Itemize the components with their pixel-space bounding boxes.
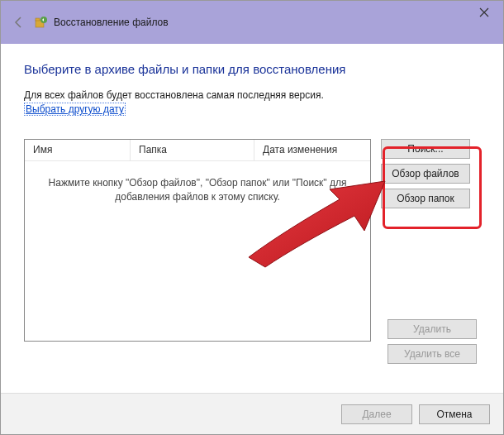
close-button[interactable] [465,1,503,24]
content-area: Выберите в архиве файлы и папки для восс… [1,44,503,342]
side-button-group: Поиск... Обзор файлов Обзор папок [381,139,470,342]
column-modified[interactable]: Дата изменения [254,140,370,160]
choose-date-link[interactable]: Выбрать другую дату [24,103,126,116]
titlebar: Восстановление файлов [1,1,503,44]
table-header: Имя Папка Дата изменения [25,140,370,161]
remove-button-group: Удалить Удалить все [388,319,477,364]
column-folder[interactable]: Папка [131,140,254,160]
svg-rect-1 [36,18,40,21]
footer: Далее Отмена [1,393,503,434]
next-button: Далее [341,404,412,424]
search-button[interactable]: Поиск... [381,139,470,159]
window-title: Восстановление файлов [54,17,169,28]
file-list-table: Имя Папка Дата изменения Нажмите кнопку … [24,139,371,342]
page-heading: Выберите в архиве файлы и папки для восс… [24,62,480,76]
column-name[interactable]: Имя [25,140,131,160]
subtext: Для всех файлов будет восстановлена сама… [24,89,480,101]
back-arrow-icon[interactable] [9,12,29,32]
browse-files-button[interactable]: Обзор файлов [381,164,470,184]
restore-files-icon [34,15,49,30]
remove-all-button: Удалить все [388,344,477,364]
browse-folders-button[interactable]: Обзор папок [381,189,470,208]
remove-button: Удалить [388,319,477,339]
cancel-button[interactable]: Отмена [419,404,490,424]
table-empty-message: Нажмите кнопку "Обзор файлов", "Обзор па… [25,161,370,220]
